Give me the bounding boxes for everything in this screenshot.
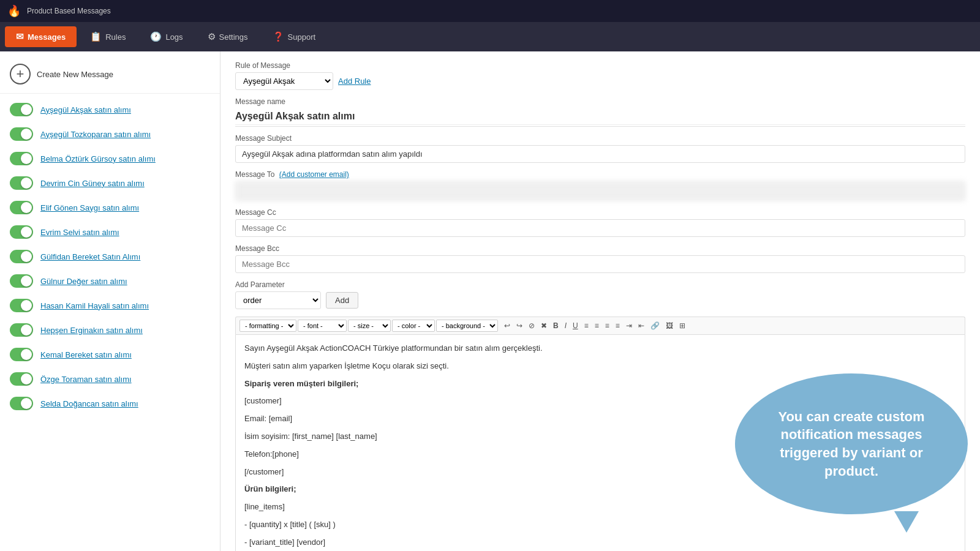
message-to-label: Message To (Add customer email) xyxy=(235,170,965,179)
callout-bubble: You can create custom notification messa… xyxy=(735,373,968,514)
toolbar-redo-btn[interactable]: ↪ xyxy=(514,320,525,331)
param-row: order Add xyxy=(235,291,965,309)
create-new-message[interactable]: + Create New Message xyxy=(0,58,220,94)
callout-text: You can create custom notification messa… xyxy=(753,408,949,481)
sidebar-item-8[interactable]: Gülnur Değer satın alımı xyxy=(0,269,220,293)
message-cc-input[interactable] xyxy=(235,219,965,237)
toolbar-icons-group: ↩ ↪ ⊘ ✖ B I U ≡ ≡ ≡ ≡ ⇥ ⇤ 🔗 🖼 ⊞ xyxy=(502,320,688,331)
toolbar-clear-btn[interactable]: ✖ xyxy=(538,320,549,331)
formatting-select[interactable]: - formatting - xyxy=(239,320,296,332)
toggle-2[interactable] xyxy=(10,127,33,141)
sidebar-item-10[interactable]: Hepşen Erginakın satın alımı xyxy=(0,318,220,342)
toggle-7[interactable] xyxy=(10,250,33,263)
settings-icon: ⚙ xyxy=(208,31,216,42)
toolbar-link-btn[interactable]: 🔗 xyxy=(648,320,662,331)
rule-select[interactable]: Ayşegül Akşak xyxy=(235,72,333,90)
toggle-11[interactable] xyxy=(10,348,33,361)
background-select[interactable]: - background - xyxy=(436,320,498,332)
message-bcc-group: Message Bcc xyxy=(235,244,965,273)
message-name-group: Message name Ayşegül Akşak satın alımı xyxy=(235,97,965,127)
sidebar-label-11: Kemal Bereket satın alımı xyxy=(40,350,132,359)
toolbar-align-center-btn[interactable]: ≡ xyxy=(592,320,601,331)
sidebar-label-3: Belma Öztürk Gürsoy satın alımı xyxy=(40,154,156,163)
sidebar-label-6: Evrim Selvi satın alımı xyxy=(40,228,119,237)
message-bcc-label: Message Bcc xyxy=(235,244,965,253)
content-area: Rule of Message Ayşegül Akşak Add Rule M… xyxy=(221,51,980,551)
sidebar-label-12: Özge Toraman satın alımı xyxy=(40,375,132,384)
toolbar-italic-btn[interactable]: I xyxy=(562,320,569,331)
toolbar-image-btn[interactable]: 🖼 xyxy=(663,320,676,331)
sidebar: + Create New Message Ayşegül Akşak satın… xyxy=(0,51,221,551)
toggle-6[interactable] xyxy=(10,225,33,239)
plus-icon: + xyxy=(10,64,31,84)
sidebar-label-10: Hepşen Erginakın satın alımı xyxy=(40,326,143,335)
editor-toolbar: - formatting - - font - - size - - color… xyxy=(235,317,965,334)
sidebar-item-5[interactable]: Elif Gönen Saygı satın alımı xyxy=(0,195,220,220)
app-title: Product Based Messages xyxy=(27,7,111,15)
nav-rules[interactable]: 📋 Rules xyxy=(79,26,137,47)
toggle-8[interactable] xyxy=(10,274,33,288)
message-to-group: Message To (Add customer email) xyxy=(235,170,965,201)
message-to-blurred xyxy=(235,181,965,201)
sidebar-item-3[interactable]: Belma Öztürk Gürsoy satın alımı xyxy=(0,146,220,171)
toolbar-list-btn[interactable]: ≡ xyxy=(613,320,622,331)
toggle-1[interactable] xyxy=(10,103,33,116)
sidebar-item-12[interactable]: Özge Toraman satın alımı xyxy=(0,367,220,391)
toolbar-underline-btn[interactable]: U xyxy=(570,320,581,331)
app-icon: 🔥 xyxy=(7,4,21,18)
toggle-5[interactable] xyxy=(10,201,33,214)
rule-row: Ayşegül Akşak Add Rule xyxy=(235,72,965,90)
toggle-4[interactable] xyxy=(10,176,33,190)
add-customer-email-link[interactable]: (Add customer email) xyxy=(279,170,349,179)
font-select[interactable]: - font - xyxy=(298,320,347,332)
sidebar-label-8: Gülnur Değer satın alımı xyxy=(40,277,127,286)
sidebar-item-7[interactable]: Gülfidan Bereket Satın Alımı xyxy=(0,244,220,269)
toolbar-indent-btn[interactable]: ⇥ xyxy=(624,320,635,331)
sidebar-item-2[interactable]: Ayşegül Tozkoparan satın alımı xyxy=(0,122,220,146)
editor-line-1: Sayın Ayşegül Akşak ActionCOACH Türkiye … xyxy=(244,342,956,355)
nav-messages[interactable]: ✉ Messages xyxy=(5,26,77,47)
sidebar-label-9: Hasan Kamil Hayali satın alımı xyxy=(40,301,149,310)
editor-line-3: Sipariş veren müşteri bilgileri; xyxy=(244,379,358,388)
message-subject-label: Message Subject xyxy=(235,134,965,143)
toolbar-bold-btn[interactable]: B xyxy=(551,320,561,331)
message-name-value: Ayşegül Akşak satın alımı xyxy=(235,108,965,125)
toggle-12[interactable] xyxy=(10,372,33,386)
toggle-10[interactable] xyxy=(10,323,33,337)
sidebar-item-6[interactable]: Evrim Selvi satın alımı xyxy=(0,220,220,244)
add-rule-link[interactable]: Add Rule xyxy=(338,77,371,86)
toggle-9[interactable] xyxy=(10,299,33,312)
sidebar-item-9[interactable]: Hasan Kamil Hayali satın alımı xyxy=(0,293,220,318)
add-parameter-button[interactable]: Add xyxy=(326,292,358,309)
nav-settings[interactable]: ⚙ Settings xyxy=(197,26,259,47)
size-select[interactable]: - size - xyxy=(348,320,391,332)
editor-line-12: - [variant_title] [vendor] xyxy=(244,536,956,549)
message-name-label: Message name xyxy=(235,97,965,106)
editor-line-11: - [quantity] x [title] ( [sku] ) xyxy=(244,519,956,531)
messages-icon: ✉ xyxy=(16,31,24,42)
toolbar-align-right-btn[interactable]: ≡ xyxy=(603,320,612,331)
message-cc-label: Message Cc xyxy=(235,208,965,217)
toolbar-source-btn[interactable]: ⊞ xyxy=(677,320,688,331)
toolbar-undo-btn[interactable]: ↩ xyxy=(502,320,513,331)
toolbar-align-left-btn[interactable]: ≡ xyxy=(582,320,591,331)
toolbar-format-btn[interactable]: ⊘ xyxy=(526,320,537,331)
color-select[interactable]: - color - xyxy=(392,320,435,332)
sidebar-item-4[interactable]: Devrim Cin Güney satın alımı xyxy=(0,171,220,195)
sidebar-item-1[interactable]: Ayşegül Akşak satın alımı xyxy=(0,97,220,122)
param-select[interactable]: order xyxy=(235,291,321,309)
sidebar-label-13: Selda Doğancan satın alımı xyxy=(40,399,138,408)
sidebar-label-7: Gülfidan Bereket Satın Alımı xyxy=(40,252,140,261)
nav-logs[interactable]: 🕐 Logs xyxy=(139,26,194,47)
nav-support[interactable]: ❓ Support xyxy=(262,26,327,47)
sidebar-item-13[interactable]: Selda Doğancan satın alımı xyxy=(0,391,220,416)
toolbar-outdent-btn[interactable]: ⇤ xyxy=(636,320,647,331)
toggle-3[interactable] xyxy=(10,152,33,165)
sidebar-label-5: Elif Gönen Saygı satın alımı xyxy=(40,203,139,212)
message-bcc-input[interactable] xyxy=(235,255,965,273)
message-subject-input[interactable] xyxy=(235,145,965,163)
support-icon: ❓ xyxy=(273,31,284,42)
toggle-13[interactable] xyxy=(10,397,33,410)
create-new-label: Create New Message xyxy=(37,70,113,79)
sidebar-item-11[interactable]: Kemal Bereket satın alımı xyxy=(0,342,220,367)
